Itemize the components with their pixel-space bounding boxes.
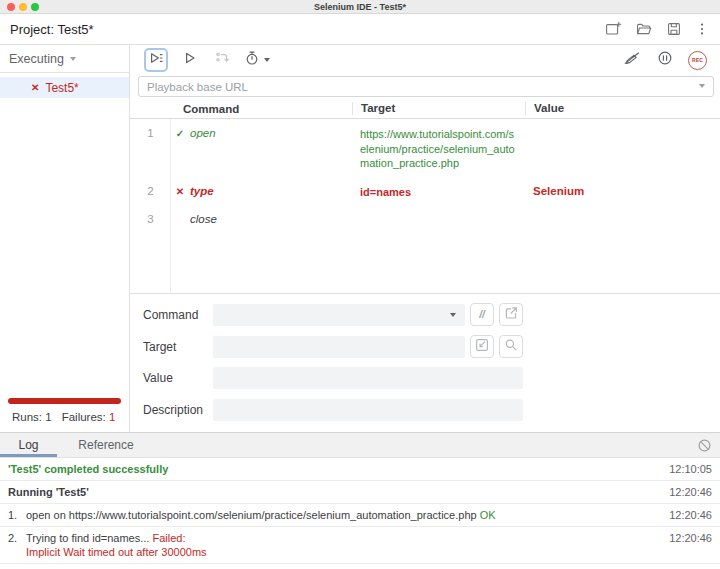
log-entry-number: 1. (8, 508, 26, 523)
comment-toggle-button[interactable]: // (470, 303, 494, 326)
target-cell (352, 213, 525, 225)
toolbar-left-group (144, 48, 270, 72)
log-message: 'Test5' completed successfully (8, 462, 659, 477)
description-field-label: Description (143, 403, 213, 417)
clear-prohibition-icon (697, 439, 712, 456)
select-target-button[interactable] (470, 335, 494, 358)
cross-icon: ✕ (174, 185, 186, 199)
disable-breakpoints-button[interactable] (622, 50, 642, 70)
new-project-button[interactable] (605, 21, 622, 37)
run-all-tests-button[interactable] (144, 48, 168, 72)
test-speed-button[interactable] (244, 50, 270, 70)
open-in-new-icon (503, 305, 519, 325)
log-entry: 1. open on https://www.tutorialspoint.co… (0, 504, 720, 527)
open-project-button[interactable] (636, 21, 652, 37)
log-entry: 'Test5' ended with 1 error(s) 12:21:17 (0, 564, 720, 569)
tab-log[interactable]: Log (0, 433, 57, 457)
select-target-cursor-icon (474, 337, 490, 357)
form-row-command: Command // (143, 303, 523, 326)
chevron-down-icon (450, 313, 456, 317)
column-header-command[interactable]: Command (171, 103, 352, 115)
titlebar: Selenium IDE - Test5* (0, 0, 720, 14)
run-all-icon (148, 50, 164, 70)
step-over-button[interactable] (212, 50, 232, 70)
target-field-label: Target (143, 340, 213, 354)
kebab-menu-icon (696, 21, 708, 37)
log-entry: 2. Trying to find id=names... Failed: Im… (0, 527, 720, 565)
playback-url-row (130, 75, 720, 97)
target-cell: id=names (352, 185, 525, 200)
log-entry: Running 'Test5' 12:20:46 (0, 481, 720, 504)
log-timestamp: 12:20:46 (659, 531, 712, 546)
table-row[interactable]: 3 close (130, 205, 720, 231)
toolbar-right-group: REC (622, 50, 707, 70)
project-name: Test5* (57, 22, 93, 37)
log-timestamp: 12:20:46 (659, 485, 712, 500)
value-cell: Selenium (525, 185, 720, 200)
chevron-down-icon (70, 57, 76, 61)
log-entry-number: 2. (8, 531, 26, 546)
column-header-value[interactable]: Value (525, 102, 720, 115)
new-project-icon (605, 21, 622, 37)
target-cell: https://www.tutorialspoint.com/selenium/… (352, 127, 525, 171)
table-row[interactable]: 1 ✓ open https://www.tutorialspoint.com/… (130, 119, 720, 177)
chevron-down-icon (699, 84, 705, 88)
command-name: open (190, 127, 216, 139)
app-body: Executing ✕ Test5* Runs: 1 Failures: 1 (0, 45, 720, 432)
target-input[interactable] (213, 336, 465, 358)
main-panel: REC Command Target Value 1 ✓ (130, 45, 720, 432)
value-field-label: Value (143, 371, 213, 385)
sidebar-view-dropdown[interactable]: Executing (0, 45, 129, 73)
command-table-header: Command Target Value (130, 99, 720, 119)
pause-on-exceptions-button[interactable] (655, 50, 675, 70)
record-button[interactable]: REC (688, 51, 707, 70)
log-entries: 'Test5' completed successfully 12:10:05 … (0, 458, 720, 569)
table-row[interactable]: 2 ✕ type id=names Selenium (130, 177, 720, 206)
row-number: 1 (130, 127, 171, 171)
playback-base-url-input[interactable] (138, 76, 714, 97)
test-item-label: Test5* (45, 81, 78, 95)
log-failed-suffix: Failed: (152, 532, 185, 544)
command-select[interactable] (213, 304, 465, 326)
find-target-button[interactable] (499, 335, 523, 358)
log-message: Trying to find id=names... Failed: Impli… (26, 531, 659, 561)
comment-slashes-icon: // (479, 309, 485, 320)
command-cell: ✓ open (171, 127, 352, 171)
sidebar-test-item[interactable]: ✕ Test5* (0, 77, 129, 98)
more-options-button[interactable] (696, 21, 708, 37)
playback-toolbar: REC (130, 45, 720, 75)
form-row-description: Description (143, 399, 523, 421)
value-input[interactable] (213, 367, 523, 389)
log-message-line1: Trying to find id=names... Failed: (26, 531, 659, 546)
project-actions (605, 21, 708, 37)
command-name: type (190, 185, 214, 197)
save-project-button[interactable] (666, 21, 682, 37)
project-label: Project: (10, 22, 54, 37)
project-bar: Project: Test5* (0, 14, 720, 45)
pause-circle-icon (657, 50, 673, 70)
log-message: Running 'Test5' (8, 485, 659, 500)
log-message: open on https://www.tutorialspoint.com/s… (26, 508, 659, 523)
run-stats: Runs: 1 Failures: 1 (12, 411, 115, 423)
open-folder-icon (636, 21, 652, 37)
open-reference-button[interactable] (499, 303, 523, 326)
step-over-icon (214, 50, 230, 70)
form-row-target: Target (143, 335, 523, 358)
log-panel: Log Reference 'Test5' completed successf… (0, 432, 720, 569)
command-field-label: Command (143, 308, 213, 322)
clear-log-button[interactable] (697, 438, 712, 457)
selenium-ide-window: Selenium IDE - Test5* Project: Test5* (0, 0, 720, 569)
column-header-target[interactable]: Target (352, 102, 525, 115)
description-input[interactable] (213, 399, 523, 421)
command-cell: close (171, 213, 352, 225)
test-progress-bar (8, 398, 121, 404)
save-icon (666, 21, 682, 37)
tab-reference[interactable]: Reference (57, 433, 155, 457)
log-timestamp: 12:20:46 (659, 508, 712, 523)
log-entry: 'Test5' completed successfully 12:10:05 (0, 458, 720, 481)
command-edit-form: Command // Target (130, 293, 720, 432)
command-table-rows: 1 ✓ open https://www.tutorialspoint.com/… (130, 119, 720, 294)
sidebar-view-label: Executing (9, 52, 64, 66)
search-icon (503, 337, 519, 357)
run-current-test-button[interactable] (180, 50, 200, 70)
